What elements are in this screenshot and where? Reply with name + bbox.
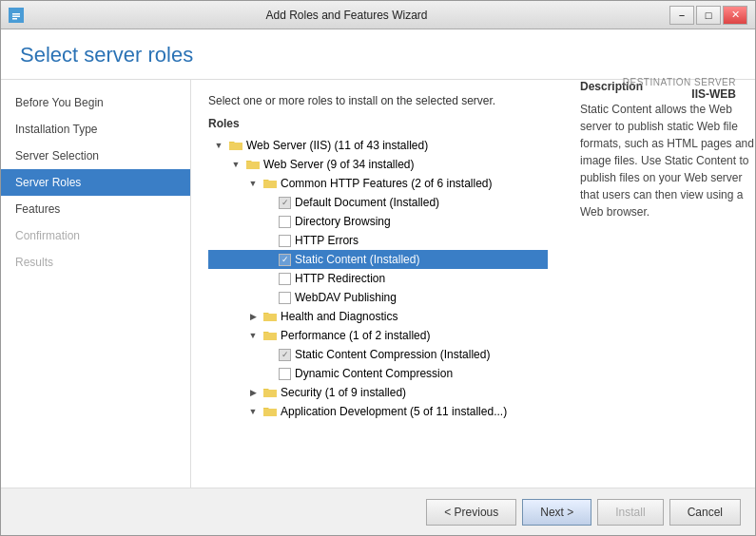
folder-icon [229, 140, 242, 151]
header: Select server roles DESTINATION SERVER I… [1, 29, 755, 80]
sidebar-item-server-roles[interactable]: Server Roles [1, 169, 190, 196]
install-button[interactable]: Install [597, 499, 663, 526]
destination-server: DESTINATION SERVER IIS-WEB [623, 77, 736, 101]
previous-button[interactable]: < Previous [426, 499, 516, 526]
tree-label: HTTP Redirection [295, 272, 544, 285]
footer: < Previous Next > Install Cancel [1, 488, 755, 535]
tree-row[interactable]: ▼ Web Server (IIS) (11 of 43 installed) [208, 136, 548, 155]
roles-header: Roles [208, 117, 548, 130]
tree-row[interactable]: ▼ Performance (1 of 2 installed) [208, 326, 548, 345]
tree-row[interactable]: ▶ WebDAV Publishing [208, 288, 548, 307]
minimize-button[interactable]: − [669, 6, 694, 25]
destination-name: IIS-WEB [623, 87, 736, 101]
tree-row[interactable]: ▶ HTTP Errors [208, 231, 548, 250]
roles-tree-wrapper: ▼ Web Server (IIS) (11 of 43 installed) … [208, 136, 548, 473]
sidebar: Before You Begin Installation Type Serve… [1, 80, 191, 488]
sidebar-item-features[interactable]: Features [1, 196, 190, 222]
tree-label: Health and Diagnostics [281, 310, 544, 323]
tree-label: WebDAV Publishing [295, 291, 544, 304]
main-content: Select one or more roles to install on t… [191, 80, 565, 488]
window-icon [9, 8, 24, 23]
tree-label: Common HTTP Features (2 of 6 installed) [281, 177, 544, 190]
page-title: Select server roles [20, 43, 736, 67]
tree-row[interactable]: ▶ Dynamic Content Compression [208, 364, 548, 383]
tree-row[interactable]: ▶ ✓ Default Document (Installed) [208, 193, 548, 212]
tree-row[interactable]: ▶ Directory Browsing [208, 212, 548, 231]
tree-checkbox[interactable] [279, 368, 291, 380]
folder-icon [263, 406, 277, 417]
tree-row[interactable]: ▼ Common HTTP Features (2 of 6 installed… [208, 174, 548, 193]
tree-row[interactable]: ▶ HTTP Redirection [208, 269, 548, 288]
description-panel: Description Static Content allows the We… [565, 80, 755, 488]
cancel-button[interactable]: Cancel [669, 499, 741, 526]
expand-icon[interactable]: ▼ [246, 329, 260, 342]
tree-checkbox[interactable] [279, 292, 291, 304]
expand-icon[interactable]: ▶ [246, 386, 260, 399]
folder-icon [263, 387, 277, 398]
folder-icon [263, 330, 277, 341]
content-area: Before You Begin Installation Type Serve… [1, 80, 755, 488]
destination-label: DESTINATION SERVER [623, 77, 736, 87]
tree-checkbox[interactable] [279, 216, 291, 228]
expand-icon[interactable]: ▼ [212, 139, 225, 152]
expand-icon[interactable]: ▼ [246, 405, 260, 418]
expand-icon[interactable]: ▼ [246, 177, 260, 190]
sidebar-item-confirmation: Confirmation [1, 222, 190, 249]
roles-tree[interactable]: ▼ Web Server (IIS) (11 of 43 installed) … [208, 136, 548, 473]
tree-label: Web Server (9 of 34 installed) [263, 158, 544, 171]
tree-label: Performance (1 of 2 installed) [281, 329, 544, 342]
sidebar-item-before-you-begin[interactable]: Before You Begin [1, 89, 190, 116]
tree-row[interactable]: ▼ Application Development (5 of 11 insta… [208, 402, 548, 421]
wizard-window: Add Roles and Features Wizard − □ ✕ Sele… [0, 0, 756, 536]
sidebar-item-installation-type[interactable]: Installation Type [1, 116, 190, 143]
tree-label: Directory Browsing [295, 215, 544, 228]
instruction-text: Select one or more roles to install on t… [208, 94, 548, 107]
svg-rect-1 [12, 13, 20, 15]
tree-row[interactable]: ▶ Health and Diagnostics [208, 307, 548, 326]
folder-icon [263, 311, 277, 322]
close-button[interactable]: ✕ [723, 6, 747, 25]
tree-label: HTTP Errors [295, 234, 544, 247]
tree-checkbox[interactable]: ✓ [279, 254, 291, 266]
tree-checkbox[interactable] [279, 273, 291, 285]
tree-label: Default Document (Installed) [295, 196, 544, 209]
tree-label: Dynamic Content Compression [295, 367, 544, 380]
expand-icon[interactable]: ▶ [246, 310, 260, 323]
window-title: Add Roles and Features Wizard [24, 9, 669, 22]
folder-icon [263, 178, 277, 189]
maximize-button[interactable]: □ [696, 6, 721, 25]
tree-row[interactable]: ▶ ✓ Static Content Compression (Installe… [208, 345, 548, 364]
tree-row-static-content[interactable]: ▶ ✓ Static Content (Installed) [208, 250, 548, 269]
sidebar-item-results: Results [1, 249, 190, 276]
title-bar: Add Roles and Features Wizard − □ ✕ [1, 1, 755, 29]
tree-label: Security (1 of 9 installed) [281, 386, 544, 399]
tree-checkbox[interactable] [279, 235, 291, 247]
description-text: Static Content allows the Web server to … [580, 101, 755, 220]
sidebar-item-server-selection[interactable]: Server Selection [1, 143, 190, 169]
tree-checkbox[interactable]: ✓ [279, 197, 291, 209]
tree-label: Static Content Compression (Installed) [295, 348, 544, 361]
expand-icon[interactable]: ▼ [229, 158, 242, 171]
tree-label: Web Server (IIS) (11 of 43 installed) [246, 139, 544, 152]
tree-row[interactable]: ▶ Security (1 of 9 installed) [208, 383, 548, 402]
tree-checkbox[interactable]: ✓ [279, 349, 291, 361]
next-button[interactable]: Next > [522, 499, 591, 526]
svg-rect-3 [12, 18, 17, 20]
tree-label: Static Content (Installed) [295, 253, 544, 266]
svg-rect-2 [12, 15, 20, 17]
folder-icon [246, 159, 260, 170]
tree-label: Application Development (5 of 11 install… [281, 405, 544, 418]
tree-row[interactable]: ▼ Web Server (9 of 34 installed) [208, 155, 548, 174]
window-controls: − □ ✕ [669, 6, 747, 25]
